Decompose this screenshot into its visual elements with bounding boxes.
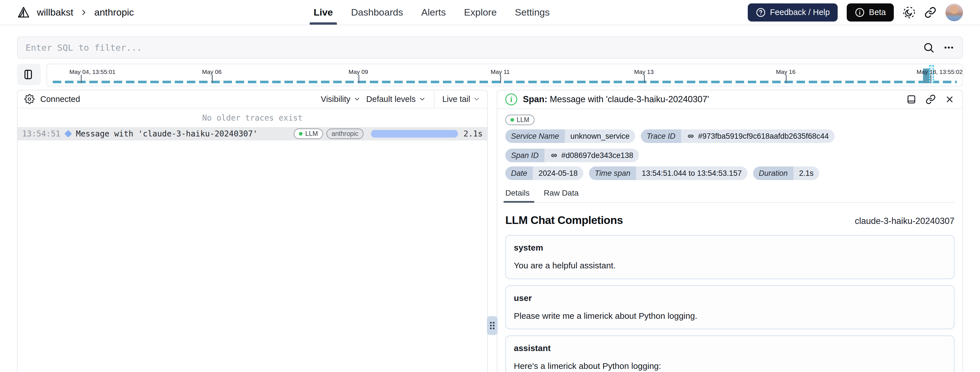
span-attributes-row-2: Date 2024-05-18 Time span 13:54:51.044 t…	[505, 166, 955, 180]
chevron-down-icon	[418, 95, 426, 103]
primary-tabs: Live Dashboards Alerts Explore Settings	[313, 0, 550, 25]
duration-chip: Duration 2.1s	[753, 166, 819, 180]
question-circle-icon	[756, 7, 766, 17]
close-panel-button[interactable]	[945, 95, 955, 104]
tab-live[interactable]: Live	[313, 0, 333, 25]
no-older-traces-message: No older traces exist	[18, 108, 487, 127]
tick-line	[500, 75, 501, 83]
llm-tag: LLM	[505, 115, 535, 125]
close-icon	[945, 95, 955, 104]
tick-label: May 06	[202, 68, 222, 75]
tick-line	[786, 75, 787, 83]
tab-explore[interactable]: Explore	[464, 0, 496, 25]
span-title: Span: Message with 'claude-3-haiku-20240…	[523, 94, 709, 104]
tick-line	[212, 75, 213, 83]
share-link-button[interactable]	[924, 6, 936, 18]
top-nav: willbakst anthropic Live Dashboards Aler…	[0, 0, 980, 25]
message-role: assistant	[514, 344, 946, 353]
trace-histogram[interactable]: May 04, 13:55:01 May 06 May 09 May 11 Ma…	[46, 64, 963, 86]
panel-bottom-icon	[906, 94, 916, 104]
logfire-app: willbakst anthropic Live Dashboards Aler…	[0, 0, 980, 372]
chain-link-icon	[550, 152, 558, 159]
link-icon	[926, 94, 936, 104]
trace-title: Message with 'claude-3-haiku-20240307'	[76, 129, 258, 138]
tick-label: May 09	[348, 68, 368, 75]
tab-alerts[interactable]: Alerts	[421, 0, 446, 25]
message-role: system	[514, 243, 946, 253]
llm-tag[interactable]: LLM	[294, 128, 323, 139]
header-divider	[434, 90, 434, 108]
span-detail-panel: i Span: Message with 'claude-3-haiku-202…	[497, 90, 963, 372]
theme-auto-icon	[903, 6, 915, 19]
date-chip: Date 2024-05-18	[505, 166, 583, 180]
tick-line	[931, 75, 931, 83]
span-attributes-row-1: Service Name unknown_service Trace ID #9…	[505, 129, 955, 162]
breadcrumb-org[interactable]: willbakst	[37, 7, 73, 18]
breadcrumb-project[interactable]: anthropic	[94, 7, 134, 18]
message-card-user: user Please write me a limerick about Py…	[505, 285, 955, 329]
feedback-help-button[interactable]: Feedback / Help	[748, 3, 838, 22]
trace-duration-bar[interactable]	[371, 130, 458, 138]
timeline-section: May 04, 13:55:01 May 06 May 09 May 11 Ma…	[17, 64, 963, 86]
traces-panel-header: Connected Visibility Default levels Live…	[18, 90, 487, 108]
tick-label-end: May 18, 13:55:02	[916, 68, 963, 75]
trace-row[interactable]: 13:54:51 Message with 'claude-3-haiku-20…	[18, 127, 487, 141]
default-levels-dropdown[interactable]: Default levels	[366, 95, 426, 104]
message-text: Please write me a limerick about Python …	[514, 310, 946, 321]
service-name-chip: Service Name unknown_service	[505, 129, 635, 143]
section-title: LLM Chat Completions	[505, 214, 623, 226]
live-tail-dropdown[interactable]: Live tail	[442, 95, 480, 104]
grip-dots-icon	[490, 321, 495, 330]
green-dot-icon	[511, 118, 514, 122]
user-avatar[interactable]	[945, 4, 963, 21]
visibility-dropdown[interactable]: Visibility	[321, 95, 360, 104]
span-info-icon: i	[505, 93, 517, 105]
sql-filter-input[interactable]	[25, 43, 914, 53]
message-text: You are a helpful assistant.	[514, 260, 946, 271]
span-detail-tabs: Details Raw Data	[505, 188, 955, 203]
sql-filter-bar	[17, 36, 963, 59]
search-icon[interactable]	[923, 42, 935, 54]
header-actions: Feedback / Help Beta	[748, 3, 963, 22]
trace-timestamp: 13:54:51	[22, 129, 60, 138]
message-card-system: system You are a helpful assistant.	[505, 235, 955, 279]
span-diamond-icon	[64, 130, 72, 138]
llm-section-header: LLM Chat Completions claude-3-haiku-2024…	[505, 214, 955, 226]
tick-label-start: May 04, 13:55:01	[70, 68, 115, 75]
breadcrumb-separator-icon	[80, 9, 88, 16]
sidebar-toggle-button[interactable]	[17, 64, 41, 85]
theme-toggle-button[interactable]	[903, 6, 915, 19]
panel-resize-handle[interactable]	[487, 316, 498, 335]
breadcrumb: willbakst anthropic	[17, 6, 134, 19]
gear-icon[interactable]	[24, 94, 35, 104]
trace-tags: LLM anthropic	[294, 128, 363, 139]
info-circle-icon	[855, 7, 865, 17]
panel-gap	[488, 90, 497, 372]
tick-line	[358, 75, 359, 83]
dock-panel-button[interactable]	[906, 94, 916, 104]
green-dot-icon	[299, 132, 302, 136]
trace-id-chip[interactable]: Trace ID #973fba5919cf9c618aafdb2635f68c…	[641, 129, 834, 143]
copy-span-link-button[interactable]	[926, 94, 936, 104]
message-card-assistant: assistant Here's a limerick about Python…	[505, 336, 955, 372]
chevron-down-icon	[473, 95, 480, 103]
span-id-chip[interactable]: Span ID #d08697de343ce138	[505, 149, 639, 162]
tick-line	[644, 75, 645, 83]
more-options-icon[interactable]	[943, 42, 955, 53]
beta-button[interactable]: Beta	[847, 3, 894, 22]
tick-line	[81, 75, 82, 83]
trace-duration: 2.1s	[464, 129, 483, 138]
logfire-logo-icon[interactable]	[17, 6, 30, 19]
tab-details[interactable]: Details	[505, 188, 530, 202]
scope-tag[interactable]: anthropic	[326, 128, 364, 139]
tick-label: May 16	[776, 68, 796, 75]
tab-settings[interactable]: Settings	[515, 0, 550, 25]
chevron-down-icon	[353, 95, 361, 103]
connection-status: Connected	[40, 95, 80, 104]
tab-dashboards[interactable]: Dashboards	[351, 0, 403, 25]
span-detail-header: i Span: Message with 'claude-3-haiku-202…	[497, 90, 963, 109]
tick-label: May 11	[490, 68, 509, 75]
tab-raw-data[interactable]: Raw Data	[544, 188, 579, 202]
chain-link-icon	[687, 132, 695, 140]
time-span-chip: Time span 13:54:51.044 to 13:54:53.157	[589, 166, 748, 180]
